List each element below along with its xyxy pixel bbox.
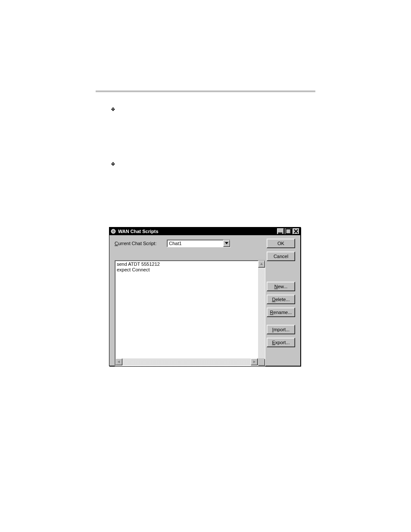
new-button[interactable]: New... (267, 282, 295, 291)
script-textarea[interactable]: send ATDT 5551212 expect Connect (115, 260, 265, 366)
cancel-label: Cancel (274, 254, 288, 259)
app-icon (110, 228, 116, 234)
cancel-button[interactable]: Cancel (267, 252, 295, 261)
bullet-icon: ❖ (111, 106, 115, 112)
minimize-button[interactable] (277, 228, 284, 234)
bullet-icon: ❖ (111, 161, 115, 167)
current-chat-script-dropdown[interactable]: Chat1 (167, 240, 230, 247)
scroll-track[interactable] (258, 268, 265, 359)
scroll-track[interactable] (122, 358, 251, 365)
vertical-scrollbar[interactable] (258, 261, 265, 366)
window-controls (276, 228, 299, 234)
scroll-corner (258, 358, 265, 365)
dialog-title: WAN Chat Scripts (118, 229, 276, 234)
dropdown-value: Chat1 (167, 241, 223, 246)
delete-button[interactable]: Delete... (267, 295, 295, 304)
scroll-up-icon[interactable] (258, 261, 265, 268)
rename-button[interactable]: Rename... (267, 308, 295, 317)
dropdown-toggle[interactable] (223, 240, 230, 247)
close-button[interactable] (293, 228, 299, 234)
ok-button[interactable]: OK (267, 239, 295, 248)
scroll-right-icon[interactable] (251, 358, 258, 365)
horizontal-scrollbar[interactable] (115, 358, 258, 365)
export-button[interactable]: Export... (267, 338, 295, 347)
ok-label: OK (277, 241, 284, 246)
page-divider (96, 90, 315, 92)
import-button[interactable]: Import... (267, 325, 295, 334)
svg-rect-2 (286, 229, 290, 233)
script-content[interactable]: send ATDT 5551212 expect Connect (115, 261, 258, 366)
titlebar: WAN Chat Scripts (109, 227, 300, 235)
maximize-button[interactable] (285, 228, 292, 234)
scroll-left-icon[interactable] (115, 358, 122, 365)
current-chat-script-label: Current Chat Script: (115, 241, 156, 246)
svg-rect-1 (278, 233, 282, 234)
dialog-client-area: Current Chat Script: Chat1 send ATDT 555… (109, 235, 300, 366)
wan-chat-scripts-dialog: WAN Chat Scripts Current Chat Script: Ch… (109, 227, 301, 366)
